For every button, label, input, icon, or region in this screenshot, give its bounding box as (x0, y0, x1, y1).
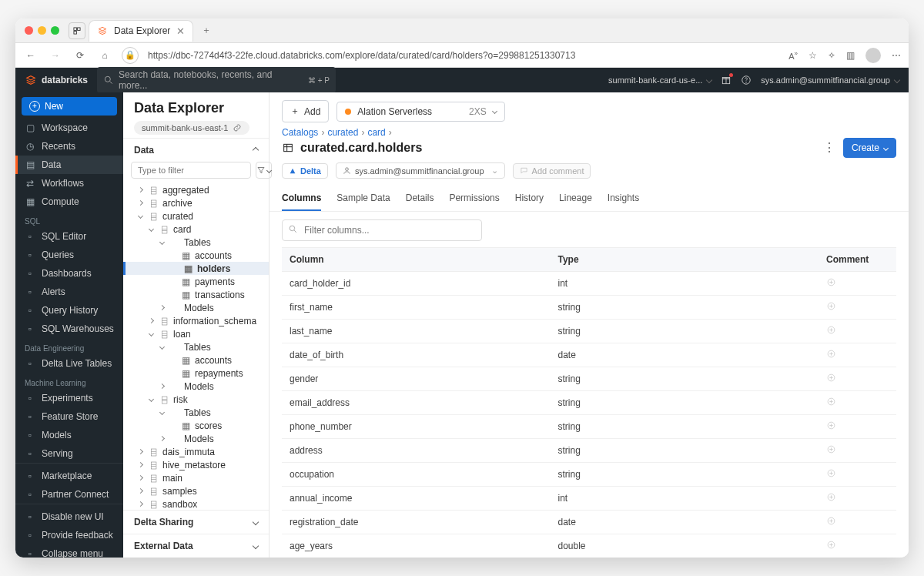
add-comment-cell[interactable] (819, 487, 896, 511)
sidebar-item-compute[interactable]: ▦Compute (15, 193, 123, 211)
sidebar-item-sql-warehouses[interactable]: ▫SQL Warehouses (15, 320, 123, 338)
sidebar-item-provide-feedback[interactable]: ▫Provide feedback (15, 526, 123, 544)
tree-node-accounts[interactable]: ▦accounts (123, 249, 269, 262)
table-row[interactable]: date_of_birthdate (282, 343, 896, 367)
tree-node-models[interactable]: Models (123, 380, 269, 393)
sidebar-item-alerts[interactable]: ▫Alerts (15, 283, 123, 301)
add-comment-cell[interactable] (819, 415, 896, 439)
brand-logo[interactable]: databricks (25, 74, 88, 86)
url-field[interactable]: https://dbc-7274d4f3-22fe.cloud.databric… (148, 50, 779, 61)
tree-node-card[interactable]: ⌸card (123, 223, 269, 236)
header-type[interactable]: Type (551, 248, 819, 272)
back-button[interactable]: ← (23, 50, 38, 61)
sidebar-item-delta-live-tables[interactable]: ▫Delta Live Tables (15, 354, 123, 373)
sidebar-item-queries[interactable]: ▫Queries (15, 246, 123, 264)
add-comment-cell[interactable] (819, 534, 896, 558)
add-comment-cell[interactable] (819, 343, 896, 367)
user-menu[interactable]: sys.admin@summitfinancial.group (761, 75, 899, 85)
tree-node-risk[interactable]: ⌸risk (123, 393, 269, 406)
tree-node-samples[interactable]: ⌸samples (123, 484, 269, 497)
breadcrumb-card[interactable]: card (367, 127, 385, 138)
sidebar-item-sql-editor[interactable]: ▫SQL Editor (15, 227, 123, 246)
compute-selector[interactable]: Alation Serverless 2XS (336, 102, 504, 122)
global-search[interactable]: Search data, notebooks, recents, and mor… (97, 67, 336, 93)
add-comment-cell[interactable] (819, 296, 896, 320)
table-row[interactable]: phone_numberstring (282, 415, 896, 439)
extensions-icon[interactable]: ✧ (828, 50, 835, 61)
metastore-chip[interactable]: summit-bank-us-east-1 (134, 121, 249, 135)
add-comment-cell[interactable] (819, 272, 896, 296)
table-row[interactable]: card_holder_idint (282, 272, 896, 296)
sidebar-item-partner-connect[interactable]: ▫Partner Connect (15, 485, 123, 504)
tree-node-accounts[interactable]: ▦accounts (123, 353, 269, 367)
table-row[interactable]: first_namestring (282, 296, 896, 320)
collections-icon[interactable]: ▥ (846, 50, 855, 61)
reload-button[interactable]: ⟳ (72, 50, 88, 61)
tree-node-loan[interactable]: ⌸loan (123, 327, 269, 340)
help-button[interactable] (741, 75, 752, 85)
tree-node-holders[interactable]: ▦holders (123, 262, 269, 275)
sidebar-item-recents[interactable]: ◷Recents (15, 137, 123, 156)
tree-node-repayments[interactable]: ▦repayments (123, 367, 269, 380)
tab-history[interactable]: History (515, 186, 544, 211)
tree-node-tables[interactable]: Tables (123, 406, 269, 419)
tree-node-models[interactable]: Models (123, 301, 269, 314)
tree-node-hive_metastore[interactable]: ⌸hive_metastore (123, 458, 269, 471)
sidebar-item-models[interactable]: ▫Models (15, 426, 123, 444)
home-button[interactable]: ⌂ (97, 50, 112, 61)
tree-node-dais_immuta[interactable]: ⌸dais_immuta (123, 445, 269, 458)
tree-node-curated[interactable]: ⌸curated (123, 209, 269, 223)
sidebar-item-experiments[interactable]: ▫Experiments (15, 389, 123, 407)
tree-node-sandbox[interactable]: ⌸sandbox (123, 497, 269, 510)
table-row[interactable]: registration_datedate (282, 511, 896, 534)
close-tab-icon[interactable]: ✕ (176, 25, 185, 37)
tree-node-aggregated[interactable]: ⌸aggregated (123, 183, 269, 196)
minimize-window-icon[interactable] (38, 26, 46, 35)
sidebar-item-marketplace[interactable]: ▫Marketplace (15, 467, 123, 485)
table-row[interactable]: occupationstring (282, 463, 896, 487)
browser-tab[interactable]: Data Explorer ✕ (89, 20, 193, 42)
tree-filter-input[interactable] (131, 162, 251, 179)
window-controls[interactable] (22, 26, 59, 35)
table-row[interactable]: addressstring (282, 439, 896, 463)
browser-menu-icon[interactable]: ⋯ (892, 50, 901, 61)
tree-node-models[interactable]: Models (123, 432, 269, 445)
explorer-section-data[interactable]: Data (123, 138, 269, 162)
sidebar-item-collapse-menu[interactable]: ▫Collapse menu (15, 544, 123, 558)
breadcrumb-curated[interactable]: curated (327, 127, 358, 138)
tree-node-scores[interactable]: ▦scores (123, 419, 269, 432)
tab-permissions[interactable]: Permissions (449, 186, 499, 211)
tree-node-transactions[interactable]: ▦transactions (123, 288, 269, 301)
sidebar-item-dashboards[interactable]: ▫Dashboards (15, 264, 123, 283)
explorer-section-delta-sharing[interactable]: Delta Sharing (123, 510, 269, 534)
more-menu-button[interactable]: ⋮ (823, 142, 835, 154)
sidebar-item-workflows[interactable]: ⇄Workflows (15, 174, 123, 193)
tree-node-tables[interactable]: Tables (123, 236, 269, 249)
sidebar-item-query-history[interactable]: ▫Query History (15, 301, 123, 320)
tree-node-archive[interactable]: ⌸archive (123, 196, 269, 209)
favorite-icon[interactable]: ☆ (808, 50, 817, 61)
owner-chip[interactable]: sys.admin@summitfinancial.group ⌄ (336, 162, 505, 179)
profile-avatar[interactable] (865, 48, 881, 63)
sidebar-item-serving[interactable]: ▫Serving (15, 444, 123, 463)
sidebar-item-disable-new-ui[interactable]: ▫Disable new UI (15, 507, 123, 526)
site-info-button[interactable]: 🔒 (122, 47, 139, 64)
add-comment-cell[interactable] (819, 439, 896, 463)
tab-lineage[interactable]: Lineage (559, 186, 592, 211)
header-comment[interactable]: Comment (819, 248, 896, 272)
create-button[interactable]: Create (843, 138, 896, 158)
header-column[interactable]: Column (282, 248, 551, 272)
explorer-section-external-data[interactable]: External Data (123, 534, 269, 558)
add-comment-cell[interactable] (819, 511, 896, 534)
breadcrumb-catalogs[interactable]: Catalogs (282, 127, 318, 138)
close-window-icon[interactable] (25, 26, 33, 35)
table-row[interactable]: genderstring (282, 367, 896, 391)
tree-node-payments[interactable]: ▦payments (123, 275, 269, 288)
sidebar-item-feature-store[interactable]: ▫Feature Store (15, 407, 123, 426)
tab-details[interactable]: Details (406, 186, 434, 211)
sidebar-item-data[interactable]: ▤Data (15, 156, 123, 174)
tab-insights[interactable]: Insights (608, 186, 639, 211)
add-comment-cell[interactable] (819, 320, 896, 343)
add-comment-cell[interactable] (819, 391, 896, 415)
tree-node-information_schema[interactable]: ⌸information_schema (123, 314, 269, 327)
